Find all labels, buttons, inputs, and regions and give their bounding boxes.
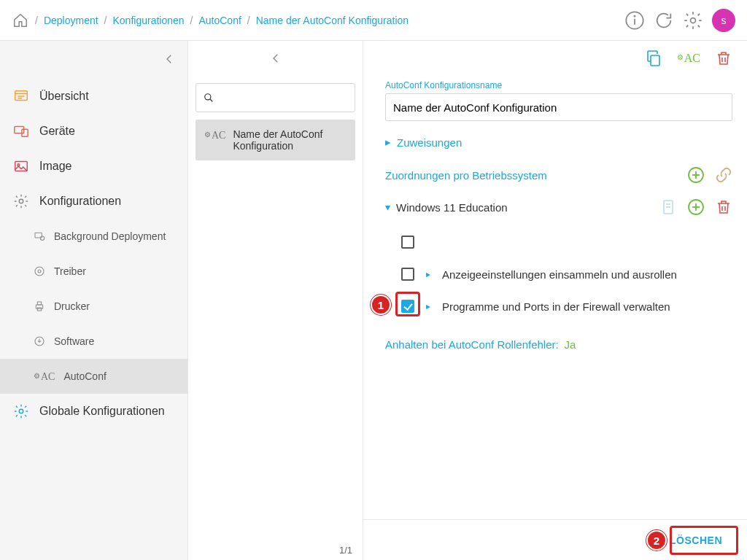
sidebar-item-label: Konfigurationen	[39, 195, 121, 208]
add-role-icon[interactable]	[687, 198, 705, 216]
sidebar-sub-label: Background Deployment	[54, 230, 166, 242]
role-item: ▸ Anzeigeeinstellungen einsammeln und au…	[401, 258, 732, 290]
sidebar-item-label: Übersicht	[39, 90, 89, 103]
callout-box-1	[395, 292, 420, 316]
chevron-right-icon[interactable]: ▸	[426, 301, 430, 311]
avatar[interactable]: s	[712, 9, 735, 32]
assignments-label: Zuweisungen	[397, 136, 462, 149]
sidebar-item-configurations[interactable]: Konfigurationen	[0, 184, 187, 219]
autoconf-icon: AC	[34, 371, 55, 383]
sidebar-item-global-config[interactable]: Globale Konfigurationen	[0, 394, 187, 429]
os-collapse-icon[interactable]: ▾	[385, 201, 390, 213]
assignments-toggle[interactable]: ▸ Zuweisungen	[385, 136, 732, 149]
svg-rect-25	[651, 55, 659, 66]
sidebar: Übersicht Geräte Image Konfigurationen B…	[0, 41, 188, 560]
sidebar-item-label: Image	[39, 160, 71, 173]
breadcrumb-sep: /	[35, 15, 38, 26]
refresh-icon[interactable]	[654, 10, 674, 31]
role-item: 1 ▸ Programme und Ports in der Firewall …	[401, 290, 732, 322]
autoconf-icon: AC	[204, 130, 225, 141]
copy-icon[interactable]	[645, 50, 662, 67]
role-item	[401, 226, 732, 258]
detail-toolbar: AC	[363, 41, 747, 76]
add-os-icon[interactable]	[687, 166, 705, 184]
breadcrumb-sep: /	[104, 15, 107, 26]
sidebar-sub-label: Software	[54, 335, 94, 347]
breadcrumb: / Deployment / Konfigurationen / AutoCon…	[12, 12, 619, 29]
breadcrumb-autoconf[interactable]: AutoConf	[198, 15, 241, 26]
callout-badge-1: 1	[371, 295, 391, 315]
search-box[interactable]	[196, 83, 355, 112]
sidebar-sub-background-deployment[interactable]: Background Deployment	[0, 219, 187, 254]
sidebar-item-overview[interactable]: Übersicht	[0, 79, 187, 114]
info-icon[interactable]	[624, 10, 645, 31]
sidebar-sub-label: AutoConf	[63, 370, 106, 382]
background-deployment-icon	[34, 230, 45, 242]
svg-point-16	[38, 270, 41, 273]
list-item[interactable]: AC Name der AutoConf Konfiguration	[196, 120, 355, 160]
list-back-icon[interactable]	[188, 41, 363, 76]
sidebar-item-image[interactable]: Image	[0, 149, 187, 184]
breadcrumb-configurations[interactable]: Konfigurationen	[112, 15, 184, 26]
svg-point-2	[634, 15, 635, 16]
unlink-icon[interactable]	[715, 166, 732, 184]
trash-icon[interactable]	[715, 50, 732, 67]
callout-badge-2: 2	[646, 530, 667, 551]
drivers-icon	[34, 265, 45, 277]
role-item-label: Programme und Ports in der Firewall verw…	[442, 300, 670, 313]
breadcrumb-sep: /	[190, 15, 193, 26]
breadcrumb-current[interactable]: Name der AutoConf Konfiguration	[256, 15, 409, 26]
topbar-actions: s	[624, 9, 735, 32]
svg-rect-17	[36, 305, 42, 308]
role-checkbox[interactable]	[401, 268, 414, 281]
gear-icon[interactable]	[683, 10, 703, 31]
search-input[interactable]	[220, 92, 347, 104]
role-checkbox[interactable]	[401, 236, 414, 249]
svg-rect-18	[37, 302, 41, 305]
svg-point-15	[35, 267, 44, 276]
sidebar-sub-software[interactable]: Software	[0, 324, 187, 359]
svg-point-23	[205, 94, 211, 100]
name-field-label: AutoConf Konfigurationsname	[385, 80, 732, 90]
name-input[interactable]	[385, 93, 732, 121]
devices-icon	[13, 123, 29, 139]
global-config-icon	[13, 403, 29, 419]
list-item-label: Name der AutoConf Konfiguration	[233, 128, 347, 152]
configurations-icon	[13, 193, 29, 209]
printers-icon	[34, 300, 45, 312]
sidebar-sub-printers[interactable]: Drucker	[0, 289, 187, 324]
svg-point-12	[19, 199, 23, 203]
sidebar-item-label: Globale Konfigurationen	[39, 405, 165, 418]
pager: 1/1	[339, 545, 352, 556]
breadcrumb-sep: /	[247, 15, 250, 26]
sidebar-sub-autoconf[interactable]: AC AutoConf	[0, 359, 187, 394]
breadcrumb-deployment[interactable]: Deployment	[44, 15, 98, 26]
callout-box-2	[670, 526, 738, 555]
chevron-right-icon[interactable]: ▸	[426, 269, 430, 279]
chevron-right-icon: ▸	[385, 136, 391, 149]
home-icon[interactable]	[12, 12, 29, 29]
image-icon	[13, 158, 29, 174]
delete-os-icon[interactable]	[715, 198, 732, 216]
list-column: AC Name der AutoConf Konfiguration 1/1	[188, 41, 363, 560]
sidebar-collapse-icon[interactable]	[163, 52, 176, 68]
software-icon	[34, 335, 45, 347]
svg-rect-8	[15, 127, 24, 133]
svg-point-22	[19, 409, 23, 413]
sidebar-sub-drivers[interactable]: Treiber	[0, 254, 187, 289]
svg-point-3	[691, 18, 696, 23]
svg-point-14	[40, 236, 44, 240]
per-os-heading[interactable]: Zuordnungen pro Betriebssystem	[385, 169, 687, 182]
doc-icon[interactable]	[659, 198, 677, 216]
sidebar-item-label: Geräte	[39, 125, 75, 138]
new-autoconf-icon[interactable]: AC	[677, 52, 700, 65]
overview-icon	[13, 88, 29, 104]
role-list: ▸ Anzeigeeinstellungen einsammeln und au…	[401, 226, 732, 322]
halt-on-error-row: Anhalten bei AutoConf Rollenfehler: Ja	[385, 338, 732, 351]
role-item-label: Anzeigeeinstellungen einsammeln und ausr…	[442, 268, 677, 281]
sidebar-sub-label: Drucker	[54, 300, 90, 312]
sidebar-item-devices[interactable]: Geräte	[0, 114, 187, 149]
svg-line-24	[210, 99, 213, 102]
detail-footer: 2 LÖSCHEN	[363, 519, 747, 560]
detail-panel: AC AutoConf Konfigurationsname ▸ Zuweisu…	[363, 41, 747, 560]
